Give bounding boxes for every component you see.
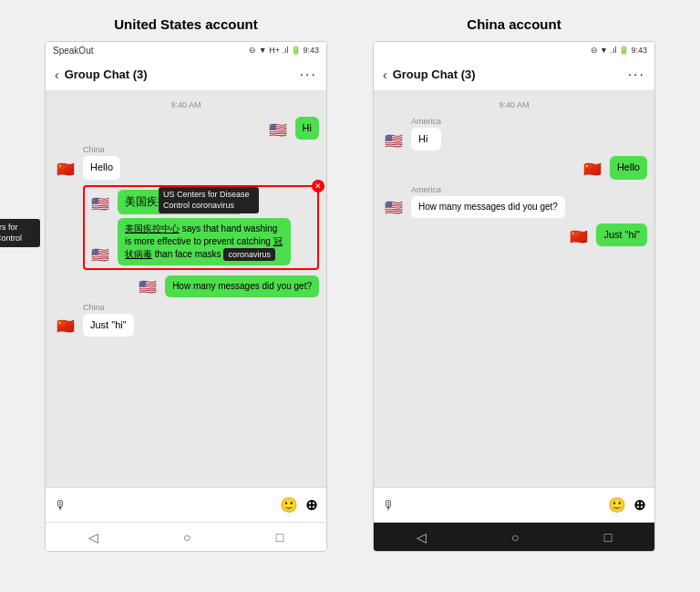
china-input-bar: 🎙 🙂 ⊕ xyxy=(374,487,654,522)
china-back-arrow[interactable]: ‹ xyxy=(383,68,387,82)
us-nav-back[interactable]: ◁ xyxy=(88,530,98,545)
china-chat-header: ‹ Group Chat (3) ··· xyxy=(374,58,654,91)
us-close-x[interactable]: ✕ xyxy=(312,180,324,192)
china-avatar-howmany: 🇺🇸 xyxy=(381,198,407,218)
us-mic-icon[interactable]: 🎙 xyxy=(55,498,67,513)
us-nav-bar: ◁ ○ □ xyxy=(46,522,326,551)
us-avatar-hello: 🇨🇳 xyxy=(53,160,78,180)
china-mic-icon[interactable]: 🎙 xyxy=(383,498,396,513)
china-msg-hello: Hello 🇨🇳 xyxy=(381,156,647,179)
china-column: China account ⊖ ▼ .ıl 🔋 9:43 ‹ Group Cha… xyxy=(364,16,664,552)
china-msg-hi-col: America Hi xyxy=(411,117,441,151)
us-avatar-cn2: 🇺🇸 xyxy=(88,245,113,265)
us-avatar-hi: 🇺🇸 xyxy=(265,119,291,140)
china-msg-justhi-col: Just "hi" xyxy=(596,223,647,246)
us-msg-hello: 🇨🇳 China Hello xyxy=(53,145,319,179)
us-bubble-howmany: How many messages did you get? xyxy=(165,275,319,297)
us-nav-home[interactable]: ○ xyxy=(183,530,190,545)
us-msg-justhi: 🇨🇳 China Just "hi" xyxy=(53,303,319,337)
us-underline-cdc: 美国疾控中心 xyxy=(125,223,180,234)
us-avatar-justhi: 🇨🇳 xyxy=(53,317,78,337)
us-back-arrow[interactable]: ‹ xyxy=(55,68,59,82)
us-msg-chinese2: 美国疾控中心 says that hand washing is more ef… xyxy=(88,218,314,265)
china-title: China account xyxy=(467,16,561,32)
china-sender-america2: America xyxy=(411,185,565,194)
us-column: United States account US Centers for Dis… xyxy=(36,16,336,552)
us-bubble-justhi: Just "hi" xyxy=(83,314,134,337)
us-status-bar: SpeakOut ⊖ ▼ H+ .ıl 🔋 9:43 xyxy=(46,42,326,58)
us-app-name: SpeakOut xyxy=(53,46,93,56)
us-msg-howmany: How many messages did you get? 🇺🇸 xyxy=(53,275,319,297)
china-avatar-hello: 🇨🇳 xyxy=(580,160,605,180)
china-emoji-icon[interactable]: 🙂 xyxy=(608,496,626,514)
china-nav-bar: ◁ ○ □ xyxy=(374,522,654,551)
china-sender-america: America xyxy=(411,117,441,126)
us-plus-icon[interactable]: ⊕ xyxy=(305,496,317,514)
us-phone: SpeakOut ⊖ ▼ H+ .ıl 🔋 9:43 ‹ Group Chat … xyxy=(45,41,327,552)
us-emoji-icon[interactable]: 🙂 xyxy=(280,496,298,514)
us-sender-china: China xyxy=(83,145,120,154)
china-status-bar: ⊖ ▼ .ıl 🔋 9:43 xyxy=(374,42,654,58)
us-msg-hi-col: Hi xyxy=(295,117,319,140)
china-bubble-hi: Hi xyxy=(411,128,441,151)
china-avatar-hi: 🇺🇸 xyxy=(381,130,407,151)
us-bubble-hi: Hi xyxy=(295,117,319,140)
china-avatar-justhi: 🇨🇳 xyxy=(566,226,592,246)
us-cdc-tooltip: US Centers for Disease Control xyxy=(0,219,40,247)
us-input-bar: 🎙 🙂 ⊕ xyxy=(46,487,326,522)
china-status-icons: ⊖ ▼ .ıl 🔋 9:43 xyxy=(591,46,647,55)
us-bubble-chinese2: 美国疾控中心 says that hand washing is more ef… xyxy=(118,218,291,265)
china-plus-icon[interactable]: ⊕ xyxy=(633,496,645,514)
us-input-field[interactable] xyxy=(75,495,273,515)
us-chat-area: 9:40 AM Hi 🇺🇸 🇨🇳 China Hello xyxy=(46,91,326,487)
china-msg-justhi: Just "hi" 🇨🇳 xyxy=(381,223,647,246)
us-nav-square[interactable]: □ xyxy=(276,530,283,545)
china-msg-hi: 🇺🇸 America Hi xyxy=(381,117,647,151)
china-timestamp: 9:40 AM xyxy=(381,100,647,109)
china-header-menu[interactable]: ··· xyxy=(628,67,645,83)
us-title: United States account xyxy=(114,16,258,32)
china-nav-home[interactable]: ○ xyxy=(511,530,519,545)
china-msg-howmany-col: America How many messages did you get? xyxy=(411,185,565,218)
us-header-menu[interactable]: ··· xyxy=(300,67,317,83)
inline-cdc-tooltip: US Centers for Disease Control coronavir… xyxy=(159,187,259,213)
us-header-title: Group Chat (3) xyxy=(65,68,300,81)
us-msg-hi: Hi 🇺🇸 xyxy=(53,117,319,140)
china-phone: ⊖ ▼ .ıl 🔋 9:43 ‹ Group Chat (3) ··· 9:40… xyxy=(373,41,655,552)
us-corona-tooltip: coronavirus xyxy=(223,248,275,261)
us-msg-hello-col: China Hello xyxy=(83,145,120,179)
china-nav-square[interactable]: □ xyxy=(604,530,612,545)
china-chat-area: 9:40 AM 🇺🇸 America Hi Hello xyxy=(374,91,654,487)
china-bubble-hello: Hello xyxy=(610,156,647,179)
us-msg-justhi-col: China Just "hi" xyxy=(83,303,134,337)
china-nav-back[interactable]: ◁ xyxy=(417,530,427,545)
us-status-icons: ⊖ ▼ H+ .ıl 🔋 9:43 xyxy=(249,46,319,55)
china-header-title: Group Chat (3) xyxy=(393,68,628,81)
china-bubble-howmany: How many messages did you get? xyxy=(411,196,565,218)
china-msg-howmany: 🇺🇸 America How many messages did you get… xyxy=(381,185,647,218)
us-avatar-cn1: 🇺🇸 xyxy=(88,194,113,214)
china-bubble-justhi: Just "hi" xyxy=(596,223,647,246)
us-sender-china2: China xyxy=(83,303,134,312)
us-chat-header: ‹ Group Chat (3) ··· xyxy=(46,58,326,91)
china-msg-hello-col: Hello xyxy=(610,156,647,179)
us-bubble-hello: Hello xyxy=(83,156,120,179)
us-phone-wrapper: US Centers for Disease Control US Center… xyxy=(45,41,327,552)
china-phone-wrapper: ⊖ ▼ .ıl 🔋 9:43 ‹ Group Chat (3) ··· 9:40… xyxy=(373,41,655,552)
china-input-field[interactable] xyxy=(403,495,601,515)
us-timestamp: 9:40 AM xyxy=(53,100,319,109)
us-avatar-howmany: 🇺🇸 xyxy=(135,277,160,297)
